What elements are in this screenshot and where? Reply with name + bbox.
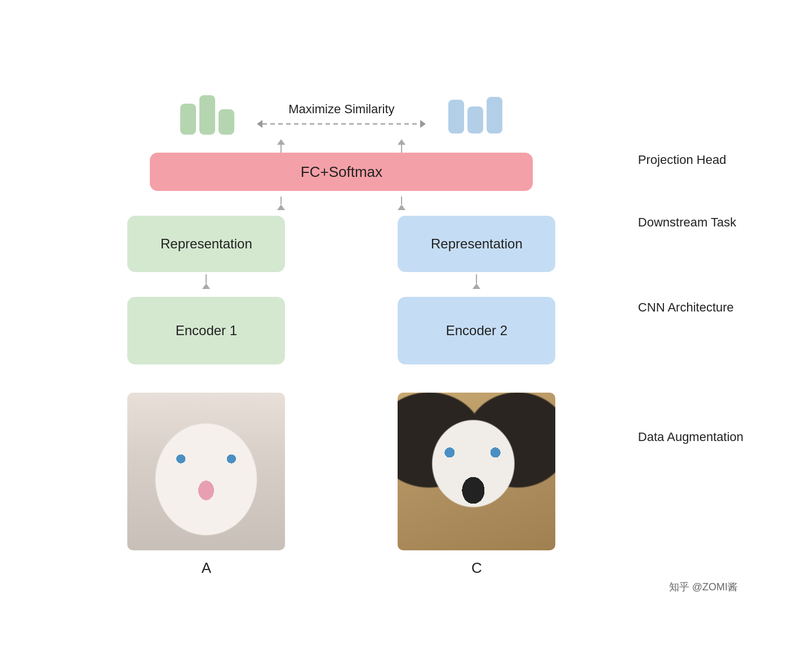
cat-image [127, 393, 285, 550]
left-vector-group [180, 95, 234, 135]
dashed-arrow [257, 120, 426, 128]
left-representation-label: Representation [161, 236, 252, 252]
right-encoder-col: Representation Encoder 2 [398, 216, 555, 364]
right-enc-repr-arrow [473, 274, 480, 289]
left-arrow-tip [277, 139, 285, 145]
right-repr-stem [401, 197, 402, 204]
right-enc-repr-stem [476, 274, 477, 283]
left-representation-box: Representation [127, 216, 285, 272]
blue-vector-bar-1 [448, 100, 464, 133]
blue-vector-bar-2 [467, 106, 483, 133]
right-image-label: C [471, 559, 482, 577]
fc-softmax-bar: FC+Softmax [150, 153, 533, 191]
main-content: Maximize Similarity [68, 95, 616, 577]
dog-image-render [398, 393, 555, 550]
right-representation-label: Representation [431, 236, 523, 252]
image-section: A C [68, 393, 616, 577]
maximize-similarity-label-group: Maximize Similarity [257, 102, 426, 128]
left-repr-arrow [277, 197, 285, 210]
left-encoder-label: Encoder 1 [176, 323, 237, 339]
right-arrow-stem [401, 145, 402, 153]
cnn-architecture-label: CNN Architecture [638, 299, 743, 317]
left-repr-tip [277, 204, 285, 210]
left-enc-repr-arrow [202, 274, 210, 289]
green-vector-bar-2 [199, 95, 215, 135]
dog-image [398, 393, 555, 550]
right-repr-arrow [398, 197, 406, 210]
left-arrow-stem [280, 145, 282, 153]
right-image-col: C [398, 393, 555, 577]
left-encoder-box: Encoder 1 [127, 297, 285, 364]
left-encoder-col: Representation Encoder 1 [127, 216, 285, 364]
right-encoder-box: Encoder 2 [398, 297, 555, 364]
downstream-task-label: Downstream Task [638, 214, 743, 232]
right-enc-repr-tip [473, 283, 480, 289]
left-image-col: A [127, 393, 285, 577]
watermark: 知乎 @ZOMI酱 [669, 580, 738, 594]
right-representation-box: Representation [398, 216, 555, 272]
blue-vector-bar-3 [487, 97, 502, 133]
data-augmentation-label: Data Augmentation [638, 429, 743, 446]
fc-arrow-row-bottom [150, 197, 533, 210]
right-labels-column: Projection Head Downstream Task CNN Arch… [616, 95, 743, 446]
right-fc-arrow [398, 139, 406, 153]
maximize-similarity-text: Maximize Similarity [288, 102, 394, 117]
right-repr-tip [398, 204, 406, 210]
arrow-line [262, 123, 420, 124]
left-enc-repr-stem [206, 274, 207, 283]
green-vector-bar-1 [180, 104, 196, 135]
projection-head-label: Projection Head [638, 152, 743, 169]
fc-arrow-row-top [150, 139, 533, 153]
left-repr-stem [280, 197, 282, 204]
diagram-container: Maximize Similarity [68, 73, 743, 599]
right-arrow-tip [398, 139, 406, 145]
right-encoder-label: Encoder 2 [446, 323, 507, 339]
vectors-row: Maximize Similarity [68, 95, 616, 135]
left-image-label: A [202, 559, 211, 577]
left-fc-arrow [277, 139, 285, 153]
cat-image-render [127, 393, 285, 550]
encoder-section: Representation Encoder 1 Representation [68, 216, 616, 364]
right-vector-group [448, 97, 502, 133]
green-vector-bar-3 [219, 109, 234, 135]
fc-softmax-label: FC+Softmax [301, 163, 382, 181]
arrow-head-left [257, 120, 262, 128]
arrow-head-right [420, 120, 426, 128]
left-enc-repr-tip [202, 283, 210, 289]
